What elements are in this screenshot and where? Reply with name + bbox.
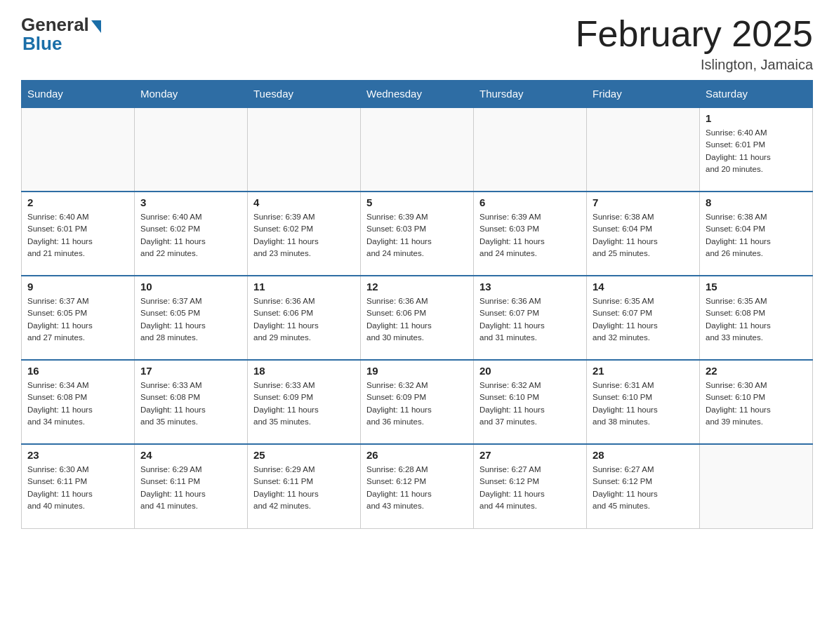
location-text: Islington, Jamaica: [576, 57, 813, 73]
calendar-cell: 6Sunrise: 6:39 AM Sunset: 6:03 PM Daylig…: [474, 192, 587, 276]
calendar-cell: 25Sunrise: 6:29 AM Sunset: 6:11 PM Dayli…: [248, 444, 361, 528]
day-number: 2: [27, 196, 128, 208]
calendar-header-tuesday: Tuesday: [248, 81, 361, 108]
calendar-header-friday: Friday: [587, 81, 700, 108]
day-number: 13: [479, 281, 581, 293]
calendar-cell: [361, 107, 474, 192]
calendar-cell: 21Sunrise: 6:31 AM Sunset: 6:10 PM Dayli…: [587, 360, 700, 444]
calendar-cell: 17Sunrise: 6:33 AM Sunset: 6:08 PM Dayli…: [135, 360, 248, 444]
calendar-cell: 10Sunrise: 6:37 AM Sunset: 6:05 PM Dayli…: [135, 276, 248, 360]
day-number: 17: [140, 365, 241, 377]
day-info: Sunrise: 6:27 AM Sunset: 6:12 PM Dayligh…: [593, 464, 694, 512]
day-number: 5: [366, 196, 468, 208]
day-info: Sunrise: 6:37 AM Sunset: 6:05 PM Dayligh…: [27, 295, 128, 344]
day-info: Sunrise: 6:34 AM Sunset: 6:08 PM Dayligh…: [27, 380, 128, 428]
day-info: Sunrise: 6:40 AM Sunset: 6:01 PM Dayligh…: [706, 127, 807, 175]
calendar-cell: 24Sunrise: 6:29 AM Sunset: 6:11 PM Dayli…: [135, 444, 248, 528]
calendar-header-wednesday: Wednesday: [361, 81, 474, 108]
day-info: Sunrise: 6:32 AM Sunset: 6:09 PM Dayligh…: [366, 380, 468, 428]
day-number: 9: [27, 281, 128, 293]
day-number: 26: [366, 449, 468, 461]
day-number: 11: [253, 281, 355, 293]
title-section: February 2025 Islington, Jamaica: [576, 14, 813, 73]
day-number: 14: [593, 281, 694, 293]
page-header: General Blue February 2025 Islington, Ja…: [21, 14, 813, 73]
calendar-table: SundayMondayTuesdayWednesdayThursdayFrid…: [21, 80, 813, 529]
day-info: Sunrise: 6:33 AM Sunset: 6:09 PM Dayligh…: [253, 380, 355, 428]
day-info: Sunrise: 6:32 AM Sunset: 6:10 PM Dayligh…: [479, 380, 581, 428]
day-info: Sunrise: 6:27 AM Sunset: 6:12 PM Dayligh…: [479, 464, 581, 512]
day-number: 21: [593, 365, 694, 377]
calendar-header-sunday: Sunday: [22, 81, 135, 108]
day-number: 4: [253, 196, 355, 208]
day-info: Sunrise: 6:35 AM Sunset: 6:08 PM Dayligh…: [706, 295, 807, 344]
calendar-cell: 27Sunrise: 6:27 AM Sunset: 6:12 PM Dayli…: [474, 444, 587, 528]
day-info: Sunrise: 6:38 AM Sunset: 6:04 PM Dayligh…: [593, 211, 694, 260]
calendar-cell: [474, 107, 587, 192]
day-info: Sunrise: 6:36 AM Sunset: 6:07 PM Dayligh…: [479, 295, 581, 344]
calendar-week-row: 1Sunrise: 6:40 AM Sunset: 6:01 PM Daylig…: [22, 107, 813, 192]
day-number: 28: [593, 449, 694, 461]
day-info: Sunrise: 6:30 AM Sunset: 6:10 PM Dayligh…: [706, 380, 807, 428]
day-number: 10: [140, 281, 241, 293]
calendar-week-row: 23Sunrise: 6:30 AM Sunset: 6:11 PM Dayli…: [22, 444, 813, 528]
day-info: Sunrise: 6:29 AM Sunset: 6:11 PM Dayligh…: [253, 464, 355, 512]
day-info: Sunrise: 6:40 AM Sunset: 6:02 PM Dayligh…: [140, 211, 241, 260]
logo-arrow-icon: [91, 20, 101, 33]
day-number: 20: [479, 365, 581, 377]
day-info: Sunrise: 6:36 AM Sunset: 6:06 PM Dayligh…: [253, 295, 355, 344]
calendar-header-row: SundayMondayTuesdayWednesdayThursdayFrid…: [22, 81, 813, 108]
calendar-week-row: 9Sunrise: 6:37 AM Sunset: 6:05 PM Daylig…: [22, 276, 813, 360]
calendar-cell: 23Sunrise: 6:30 AM Sunset: 6:11 PM Dayli…: [22, 444, 135, 528]
calendar-cell: 3Sunrise: 6:40 AM Sunset: 6:02 PM Daylig…: [135, 192, 248, 276]
day-number: 19: [366, 365, 468, 377]
day-number: 12: [366, 281, 468, 293]
day-info: Sunrise: 6:39 AM Sunset: 6:03 PM Dayligh…: [479, 211, 581, 260]
calendar-cell: 18Sunrise: 6:33 AM Sunset: 6:09 PM Dayli…: [248, 360, 361, 444]
day-info: Sunrise: 6:38 AM Sunset: 6:04 PM Dayligh…: [706, 211, 807, 260]
day-number: 3: [140, 196, 241, 208]
calendar-cell: 28Sunrise: 6:27 AM Sunset: 6:12 PM Dayli…: [587, 444, 700, 528]
day-info: Sunrise: 6:39 AM Sunset: 6:03 PM Dayligh…: [366, 211, 468, 260]
calendar-cell: [587, 107, 700, 192]
calendar-header-saturday: Saturday: [700, 81, 813, 108]
day-number: 27: [479, 449, 581, 461]
day-number: 1: [706, 112, 807, 124]
calendar-cell: 1Sunrise: 6:40 AM Sunset: 6:01 PM Daylig…: [700, 107, 813, 192]
calendar-cell: 20Sunrise: 6:32 AM Sunset: 6:10 PM Dayli…: [474, 360, 587, 444]
day-info: Sunrise: 6:39 AM Sunset: 6:02 PM Dayligh…: [253, 211, 355, 260]
calendar-cell: 16Sunrise: 6:34 AM Sunset: 6:08 PM Dayli…: [22, 360, 135, 444]
day-number: 16: [27, 365, 128, 377]
day-info: Sunrise: 6:30 AM Sunset: 6:11 PM Dayligh…: [27, 464, 128, 512]
month-title: February 2025: [576, 14, 813, 54]
calendar-cell: [700, 444, 813, 528]
calendar-cell: 4Sunrise: 6:39 AM Sunset: 6:02 PM Daylig…: [248, 192, 361, 276]
calendar-week-row: 16Sunrise: 6:34 AM Sunset: 6:08 PM Dayli…: [22, 360, 813, 444]
calendar-header-monday: Monday: [135, 81, 248, 108]
calendar-cell: 7Sunrise: 6:38 AM Sunset: 6:04 PM Daylig…: [587, 192, 700, 276]
calendar-cell: 8Sunrise: 6:38 AM Sunset: 6:04 PM Daylig…: [700, 192, 813, 276]
calendar-cell: [248, 107, 361, 192]
calendar-cell: [135, 107, 248, 192]
day-number: 18: [253, 365, 355, 377]
day-info: Sunrise: 6:33 AM Sunset: 6:08 PM Dayligh…: [140, 380, 241, 428]
day-number: 24: [140, 449, 241, 461]
day-number: 22: [706, 365, 807, 377]
day-number: 8: [706, 196, 807, 208]
calendar-cell: 11Sunrise: 6:36 AM Sunset: 6:06 PM Dayli…: [248, 276, 361, 360]
day-number: 15: [706, 281, 807, 293]
day-number: 25: [253, 449, 355, 461]
day-info: Sunrise: 6:36 AM Sunset: 6:06 PM Dayligh…: [366, 295, 468, 344]
calendar-cell: 22Sunrise: 6:30 AM Sunset: 6:10 PM Dayli…: [700, 360, 813, 444]
day-info: Sunrise: 6:29 AM Sunset: 6:11 PM Dayligh…: [140, 464, 241, 512]
calendar-cell: 12Sunrise: 6:36 AM Sunset: 6:06 PM Dayli…: [361, 276, 474, 360]
calendar-cell: [22, 107, 135, 192]
logo: General Blue: [21, 14, 101, 55]
day-info: Sunrise: 6:28 AM Sunset: 6:12 PM Dayligh…: [366, 464, 468, 512]
calendar-cell: 26Sunrise: 6:28 AM Sunset: 6:12 PM Dayli…: [361, 444, 474, 528]
calendar-cell: 14Sunrise: 6:35 AM Sunset: 6:07 PM Dayli…: [587, 276, 700, 360]
day-number: 6: [479, 196, 581, 208]
day-info: Sunrise: 6:40 AM Sunset: 6:01 PM Dayligh…: [27, 211, 128, 260]
calendar-cell: 2Sunrise: 6:40 AM Sunset: 6:01 PM Daylig…: [22, 192, 135, 276]
calendar-cell: 13Sunrise: 6:36 AM Sunset: 6:07 PM Dayli…: [474, 276, 587, 360]
